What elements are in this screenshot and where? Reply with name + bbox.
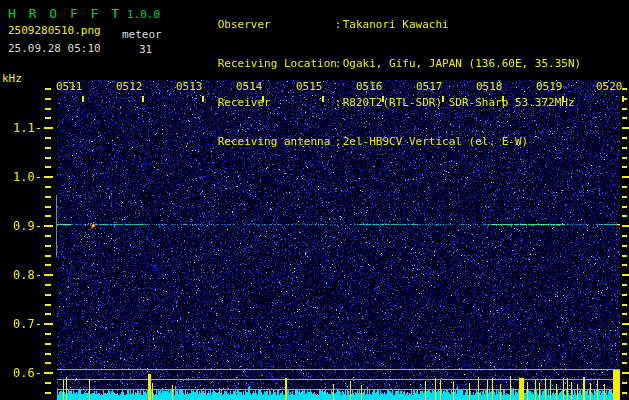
freq-tick-minor-right: [622, 88, 627, 90]
freq-tick-minor: [45, 313, 51, 315]
freq-tick-minor: [45, 245, 51, 247]
freq-tick-major-right: [622, 372, 629, 374]
carrier-band-marker-line: [56, 195, 57, 257]
freq-tick-minor: [45, 264, 51, 266]
info-value: Takanori Kawachi: [343, 18, 449, 31]
freq-tick-minor-right: [622, 117, 627, 119]
info-value: Ogaki, Gifu, JAPAN (136.60E, 35.35N): [343, 57, 581, 70]
time-axis-label: 0516: [356, 81, 382, 93]
info-colon: :: [335, 57, 343, 70]
freq-tick-minor-right: [622, 196, 627, 198]
freq-tick-minor-right: [622, 166, 627, 168]
observation-mode-label: meteor: [122, 28, 162, 41]
hrofft-window: H R O F F T 1.0.0 2509280510.png meteor …: [0, 0, 629, 400]
freq-tick-major: [44, 176, 53, 178]
freq-tick-minor: [45, 117, 51, 119]
freq-tick-major-right: [622, 225, 629, 227]
freq-tick-minor-right: [622, 333, 627, 335]
freq-tick-major: [44, 225, 53, 227]
freq-tick-major: [44, 372, 53, 374]
freq-tick-minor: [45, 294, 51, 296]
freq-tick-minor: [45, 98, 51, 100]
freq-tick-minor: [45, 255, 51, 257]
freq-tick-minor-right: [622, 382, 627, 384]
freq-tick-major-right: [622, 323, 629, 325]
freq-tick-minor: [45, 333, 51, 335]
time-axis-label: 0515: [296, 81, 322, 93]
freq-tick-minor: [45, 353, 51, 355]
frame-datetime: 25.09.28 05:10: [8, 42, 101, 55]
time-tick: [322, 96, 324, 102]
freq-tick-minor: [45, 392, 51, 394]
freq-tick-major: [44, 323, 53, 325]
time-axis-label: 0518: [476, 81, 502, 93]
freq-tick-major-right: [622, 127, 629, 129]
freq-tick-minor: [45, 304, 51, 306]
info-row-antenna: Receiving antenna:2el-HB9CV Vertical (el…: [178, 122, 581, 161]
freq-tick-minor-right: [622, 294, 627, 296]
info-row-observer: Observer:Takanori Kawachi: [178, 5, 581, 44]
freq-axis-label: 0.6-: [4, 367, 42, 379]
freq-tick-minor: [45, 166, 51, 168]
freq-tick-minor-right: [622, 147, 627, 149]
freq-tick-major-right: [622, 274, 629, 276]
freq-tick-minor-right: [622, 137, 627, 139]
freq-axis-label: 1.0-: [4, 171, 42, 183]
info-value: 2el-HB9CV Vertical (el. E-W): [343, 135, 528, 148]
freq-tick-major: [44, 127, 53, 129]
freq-axis-label: 0.9-: [4, 220, 42, 232]
time-tick: [82, 96, 84, 102]
freq-tick-minor-right: [622, 255, 627, 257]
freq-tick-minor-right: [622, 264, 627, 266]
info-colon: :: [335, 18, 343, 31]
freq-tick-minor: [45, 215, 51, 217]
frequency-axis-unit: kHz: [2, 72, 22, 85]
time-axis-label: 0511: [56, 81, 82, 93]
time-axis-label: 0512: [116, 81, 142, 93]
time-axis-label: 0513: [176, 81, 202, 93]
time-axis-label: 0520: [596, 81, 622, 93]
freq-tick-minor-right: [622, 206, 627, 208]
freq-tick-minor: [45, 382, 51, 384]
freq-tick-minor: [45, 206, 51, 208]
freq-tick-minor: [45, 196, 51, 198]
info-label: Observer: [218, 18, 335, 31]
info-row-location: Receiving Location:Ogaki, Gifu, JAPAN (1…: [178, 44, 581, 83]
time-tick: [442, 96, 444, 102]
freq-tick-minor-right: [622, 215, 627, 217]
freq-tick-minor: [45, 284, 51, 286]
freq-tick-minor-right: [622, 108, 627, 110]
freq-tick-major: [44, 274, 53, 276]
time-axis-label: 0514: [236, 81, 262, 93]
info-label: Receiver: [218, 96, 335, 109]
info-value: R820T2(RTL-SDR) SDR-Sharp 53.372MHz: [343, 96, 575, 109]
freq-tick-minor: [45, 186, 51, 188]
time-tick: [202, 96, 204, 102]
freq-tick-minor-right: [622, 392, 627, 394]
app-title: H R O F F T: [8, 6, 122, 21]
freq-tick-minor: [45, 88, 51, 90]
info-label: Receiving Location: [218, 57, 335, 70]
info-label: Receiving antenna: [218, 135, 335, 148]
freq-tick-minor-right: [622, 235, 627, 237]
freq-tick-minor: [45, 362, 51, 364]
freq-tick-minor-right: [622, 157, 627, 159]
freq-tick-minor: [45, 108, 51, 110]
time-tick: [622, 96, 624, 102]
freq-tick-minor: [45, 157, 51, 159]
freq-tick-minor-right: [622, 284, 627, 286]
info-colon: :: [335, 96, 343, 109]
freq-tick-minor-right: [622, 245, 627, 247]
freq-tick-minor-right: [622, 304, 627, 306]
app-version: 1.0.0: [127, 8, 160, 21]
freq-tick-minor: [45, 343, 51, 345]
freq-tick-minor-right: [622, 186, 627, 188]
time-axis-label: 0517: [416, 81, 442, 93]
freq-tick-minor: [45, 137, 51, 139]
freq-tick-major-right: [622, 176, 629, 178]
freq-tick-minor-right: [622, 353, 627, 355]
time-tick: [382, 96, 384, 102]
freq-tick-minor: [45, 235, 51, 237]
info-colon: :: [335, 135, 343, 148]
freq-tick-minor-right: [622, 362, 627, 364]
